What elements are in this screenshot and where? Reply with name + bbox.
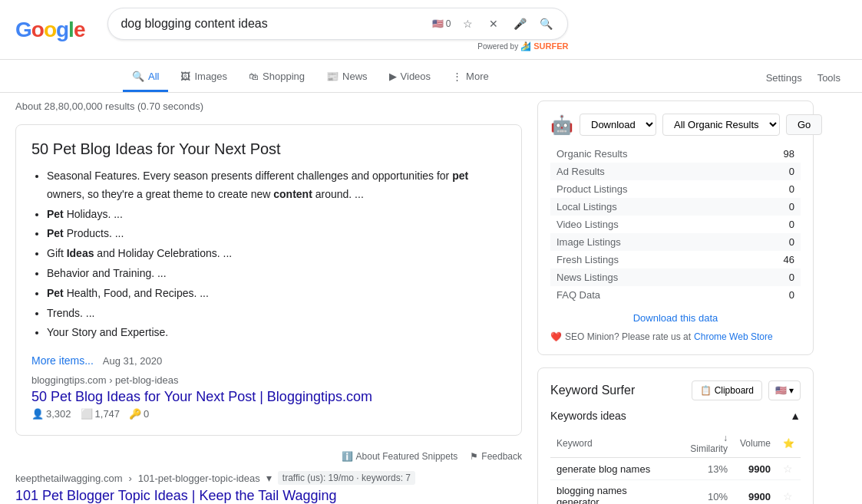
main-content: About 28,80,00,000 results (0.70 seconds… (0, 93, 862, 504)
nav-more-label: More (466, 71, 489, 82)
more-icon: ⋮ (452, 71, 462, 82)
snippet-date: Aug 31, 2020 (103, 355, 162, 367)
search-submit-icon[interactable]: 🔍 (537, 15, 555, 33)
similarity-cell: 10% (677, 480, 734, 505)
keyword-cell: generate blog names (550, 458, 677, 480)
star-icon[interactable]: ☆ (783, 463, 793, 475)
flag-count: 0 (446, 18, 451, 29)
about-bar: ℹ️ About Featured Snippets ⚑ Feedback (15, 451, 522, 462)
surfer-actions: 📋 Clipboard 🇺🇸 ▾ (692, 380, 801, 400)
results-count: About 28,80,00,000 results (0.70 seconds… (15, 100, 522, 112)
logo-e: e (74, 18, 85, 41)
download-dropdown[interactable]: Download View (580, 114, 656, 136)
stat-value: 0 (746, 180, 801, 198)
keywords-section-header[interactable]: Keywords ideas ▲ (550, 410, 801, 422)
featured-snippet: 50 Pet Blog Ideas for Your Next Post Sea… (15, 124, 522, 436)
download-data-link[interactable]: Download this data (633, 312, 718, 324)
tools-link[interactable]: Tools (811, 64, 847, 91)
mic-icon[interactable]: 🎤 (510, 15, 529, 33)
surfer-brand: 🏄 SURFER (520, 41, 568, 51)
volume-col-header: Volume (734, 430, 777, 458)
flag-icon: 🇺🇸 (432, 18, 444, 29)
list-item: Gift Ideas and Holiday Celebrations. ... (47, 245, 506, 263)
sort-icon: ↓ (723, 433, 728, 443)
search-result-2: keepthetailwagging.com › 101-pet-blogger… (15, 471, 522, 504)
chrome-store-link[interactable]: Chrome Web Store (694, 331, 773, 342)
left-column: About 28,80,00,000 results (0.70 seconds… (15, 100, 522, 504)
go-button[interactable]: Go (786, 114, 822, 135)
stat-value: 0 (746, 216, 801, 233)
list-item: Trends. ... (47, 305, 506, 323)
nav-news[interactable]: 📰 News (317, 63, 377, 92)
chevron-down-icon: ▾ (789, 385, 794, 396)
result2-title-link[interactable]: 101 Pet Blogger Topic Ideas | Keep the T… (15, 488, 522, 504)
stat-label: Organic Results (550, 145, 746, 163)
search-actions: 🇺🇸 0 ☆ ✕ 🎤 🔍 (432, 15, 556, 33)
nav-shopping-label: Shopping (263, 71, 305, 82)
keywords-section-title: Keywords ideas (550, 410, 626, 422)
list-item: Your Story and Expertise. (47, 324, 506, 342)
meta-keys: 🔑 0 (129, 408, 149, 420)
nav-images[interactable]: 🖼 Images (171, 63, 236, 92)
table-row: Local Listings 0 (550, 198, 801, 216)
stat-value: 0 (746, 286, 801, 304)
result2-arrow: › (128, 473, 131, 484)
star-col-header: ⭐ (777, 430, 801, 458)
table-row: Image Listings 0 (550, 233, 801, 251)
nav-videos[interactable]: ▶ Videos (380, 63, 441, 92)
nav-shopping[interactable]: 🛍 Shopping (239, 63, 314, 92)
more-items-link[interactable]: More items... (31, 354, 94, 367)
volume-cell: 9900 (734, 480, 777, 505)
promo-text: SEO Minion? Please rate us at (565, 331, 691, 342)
search-input[interactable] (121, 17, 425, 31)
feedback-link[interactable]: ⚑ Feedback (470, 451, 522, 462)
stat-label: Local Listings (550, 198, 746, 216)
snippet-title-link[interactable]: 50 Pet Blog Ideas for Your Next Post | B… (31, 389, 506, 405)
right-column: 🤖 Download View All Organic Results Page… (537, 100, 814, 504)
feedback-icon: ⚑ (470, 451, 478, 462)
about-snippets-label: About Featured Snippets (356, 451, 458, 462)
result2-breadcrumb: 101-pet-blogger-topic-ideas (138, 473, 260, 484)
star-icon[interactable]: ☆ (783, 490, 793, 502)
list-item: Pet Holidays. ... (47, 206, 506, 224)
star-cell[interactable]: ☆ (777, 480, 801, 505)
download-data-section: Download this data (550, 311, 801, 324)
star-icon[interactable]: ☆ (458, 15, 477, 33)
logo-g2: g (56, 18, 68, 41)
stat-value: 46 (746, 251, 801, 268)
table-header-row: Keyword ↓ Similarity Volume ⭐ (550, 430, 801, 458)
settings-link[interactable]: Settings (760, 64, 808, 91)
nav-all[interactable]: 🔍 All (123, 63, 168, 92)
meta-pages: ⬜ 1,747 (81, 408, 121, 420)
stat-label: Image Listings (550, 233, 746, 251)
clipboard-button[interactable]: 📋 Clipboard (692, 380, 762, 400)
stat-value: 0 (746, 233, 801, 251)
search-box: 🇺🇸 0 ☆ ✕ 🎤 🔍 (107, 8, 568, 40)
about-snippets-link[interactable]: ℹ️ About Featured Snippets (342, 451, 458, 462)
stat-label: Video Listings (550, 216, 746, 233)
list-item: Pet Products. ... (47, 225, 506, 243)
stat-label: Product Listings (550, 180, 746, 198)
stat-value: 0 (746, 268, 801, 286)
result2-dropdown-icon[interactable]: ▾ (266, 472, 272, 484)
flag-badge: 🇺🇸 0 (432, 18, 451, 29)
surfer-powered: Powered by 🏄 SURFER (107, 41, 568, 51)
table-row: Video Listings 0 (550, 216, 801, 233)
keyword-surfer-panel: Keyword Surfer 📋 Clipboard 🇺🇸 ▾ Keywords… (537, 367, 814, 504)
flag-selector-button[interactable]: 🇺🇸 ▾ (768, 380, 801, 400)
seo-stats-table: Organic Results 98 Ad Results 0 Product … (550, 145, 801, 304)
heart-icon: ❤️ (550, 331, 562, 342)
result2-traffic: traffic (us): 19/mo · keywords: 7 (278, 471, 415, 485)
clear-icon[interactable]: ✕ (484, 15, 503, 33)
star-cell[interactable]: ☆ (777, 458, 801, 480)
results-type-dropdown[interactable]: All Organic Results Page 1 Only (662, 114, 780, 136)
meta-users: 👤 3,302 (31, 408, 71, 420)
nav-more[interactable]: ⋮ More (443, 63, 498, 92)
logo-g: G (15, 18, 31, 41)
list-item: Seasonal Features. Every season presents… (47, 167, 506, 204)
google-logo: Google (15, 18, 84, 42)
seo-minion-promo: ❤️ SEO Minion? Please rate us at Chrome … (550, 331, 801, 342)
snippet-list: Seasonal Features. Every season presents… (31, 167, 506, 342)
result2-source: keepthetailwagging.com › 101-pet-blogger… (15, 471, 522, 485)
surfer-header: Keyword Surfer 📋 Clipboard 🇺🇸 ▾ (550, 380, 801, 400)
